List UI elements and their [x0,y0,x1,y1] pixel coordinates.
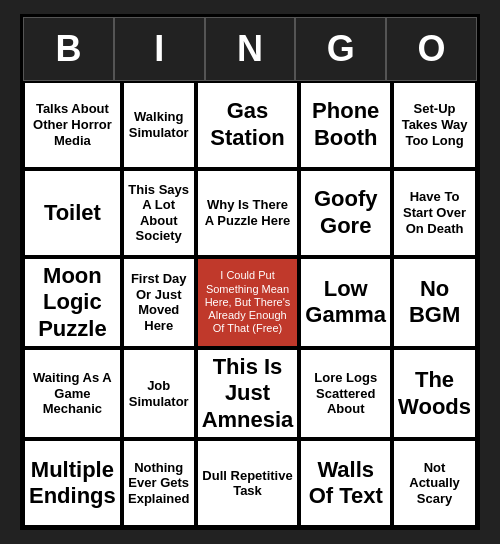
header-letter: N [205,17,296,81]
bingo-cell: Lore Logs Scattered About [299,348,392,439]
bingo-cell: Walking Simulator [122,81,196,169]
bingo-cell: The Woods [392,348,477,439]
bingo-cell: Goofy Gore [299,169,392,257]
bingo-cell: Multiple Endings [23,439,122,527]
header-letter: B [23,17,114,81]
bingo-cell: Have To Start Over On Death [392,169,477,257]
bingo-grid: Talks About Other Horror MediaWalking Si… [23,81,477,527]
bingo-cell: I Could Put Something Mean Here, But The… [196,257,300,348]
bingo-cell: Not Actually Scary [392,439,477,527]
bingo-card: BINGO Talks About Other Horror MediaWalk… [20,14,480,530]
bingo-cell: Set-Up Takes Way Too Long [392,81,477,169]
header-letter: I [114,17,205,81]
bingo-cell: First Day Or Just Moved Here [122,257,196,348]
bingo-cell: Walls Of Text [299,439,392,527]
header-letter: O [386,17,477,81]
bingo-cell: Moon Logic Puzzle [23,257,122,348]
header-letter: G [295,17,386,81]
bingo-cell: Phone Booth [299,81,392,169]
bingo-cell: Nothing Ever Gets Explained [122,439,196,527]
bingo-cell: Dull Repetitive Task [196,439,300,527]
bingo-cell: This Says A Lot About Society [122,169,196,257]
bingo-cell: Gas Station [196,81,300,169]
bingo-header: BINGO [23,17,477,81]
bingo-cell: This Is Just Amnesia [196,348,300,439]
bingo-cell: Low Gamma [299,257,392,348]
bingo-cell: Why Is There A Puzzle Here [196,169,300,257]
bingo-cell: Job Simulator [122,348,196,439]
bingo-cell: Toilet [23,169,122,257]
bingo-cell: No BGM [392,257,477,348]
bingo-cell: Waiting As A Game Mechanic [23,348,122,439]
bingo-cell: Talks About Other Horror Media [23,81,122,169]
